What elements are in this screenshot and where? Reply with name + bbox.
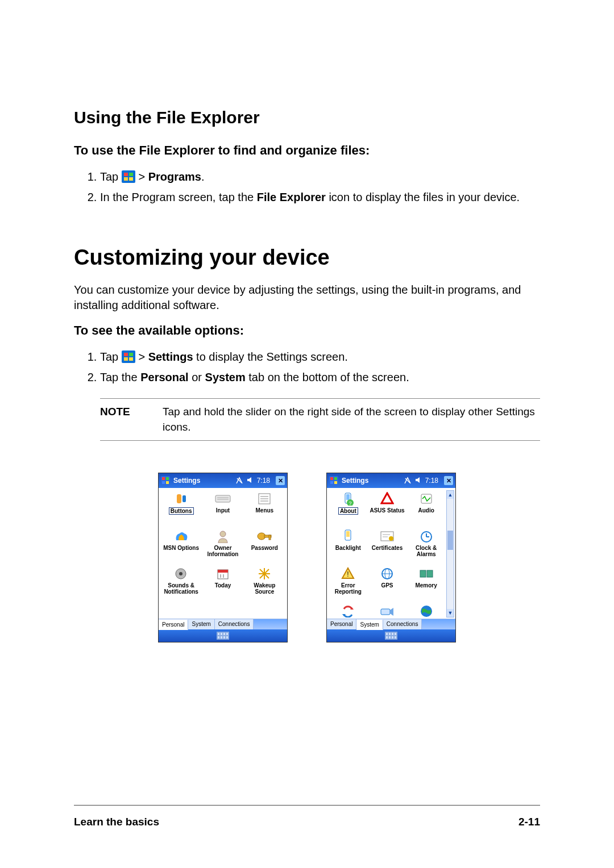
device-settings-personal: Settings 7:18 ✕ ButtonsInputMenusMSN Opt… bbox=[158, 473, 288, 642]
settings-icon-clock-alarms[interactable]: Clock & Alarms bbox=[407, 529, 445, 562]
svg-point-16 bbox=[179, 572, 182, 575]
sounds-notifications-icon bbox=[173, 566, 190, 581]
svg-text:?: ? bbox=[349, 500, 352, 506]
text: icon to display the files in your device… bbox=[329, 191, 520, 203]
icon-label: Today bbox=[202, 582, 243, 589]
page: Using the File Explorer To use the File … bbox=[0, 0, 614, 868]
connectivity-icon[interactable] bbox=[235, 477, 243, 485]
icon-label: Buttons bbox=[169, 507, 194, 515]
svg-marker-1 bbox=[247, 477, 251, 483]
tab-filler bbox=[254, 619, 287, 629]
svg-rect-4 bbox=[215, 495, 230, 502]
settings-icon-password[interactable]: Password bbox=[244, 529, 285, 562]
scroll-down-icon[interactable]: ▼ bbox=[447, 609, 454, 617]
bottom-bar bbox=[327, 629, 455, 642]
scroll-thumb[interactable] bbox=[447, 531, 453, 550]
tab-system[interactable]: System bbox=[188, 619, 214, 629]
settings-icon-input[interactable]: Input bbox=[202, 491, 243, 524]
settings-icon-audio[interactable]: Audio bbox=[407, 491, 445, 524]
icon-label: Memory bbox=[407, 582, 445, 589]
settings-icon-menus[interactable]: Menus bbox=[244, 491, 285, 524]
tab-connections[interactable]: Connections bbox=[215, 619, 254, 629]
start-icon[interactable] bbox=[161, 476, 170, 485]
settings-icon-asus-status[interactable]: ASUS Status bbox=[368, 491, 406, 524]
globe-icon bbox=[418, 604, 435, 619]
settings-icon-error-reporting[interactable]: !Error Reporting bbox=[329, 566, 367, 599]
icon-label: Input bbox=[202, 507, 243, 514]
audio-icon bbox=[418, 491, 435, 506]
icon-area: ButtonsInputMenusMSN OptionsOwner Inform… bbox=[159, 488, 287, 619]
start-icon bbox=[122, 170, 135, 183]
scroll-up-icon[interactable]: ▲ bbox=[447, 491, 454, 499]
step-2: Tap the Personal or System tab on the bo… bbox=[100, 369, 540, 386]
note-label: NOTE bbox=[100, 404, 163, 435]
page-footer: Learn the basics 2-11 bbox=[74, 816, 540, 828]
heading-using-file-explorer: Using the File Explorer bbox=[74, 108, 540, 127]
svg-point-35 bbox=[389, 536, 393, 541]
icon-label: Clock & Alarms bbox=[407, 545, 445, 557]
keyboard-icon[interactable] bbox=[217, 632, 229, 640]
speaker-icon[interactable] bbox=[415, 477, 422, 485]
settings-icon-backlight[interactable]: Backlight bbox=[329, 529, 367, 562]
start-icon bbox=[122, 350, 135, 363]
settings-icon-msn-options[interactable]: MSN Options bbox=[161, 529, 201, 562]
error-reporting-icon: ! bbox=[339, 566, 356, 581]
icon-label: GPS bbox=[368, 582, 406, 589]
svg-rect-33 bbox=[346, 531, 350, 537]
settings-icon-globe[interactable] bbox=[407, 604, 445, 627]
settings-icon-about[interactable]: ?About bbox=[329, 491, 367, 524]
tab-bar: PersonalSystemConnections bbox=[159, 619, 287, 629]
settings-icon-gps[interactable]: GPS bbox=[368, 566, 406, 599]
note-block: NOTE Tap and hold the slider on the righ… bbox=[100, 398, 540, 441]
asus-status-icon bbox=[379, 491, 396, 506]
tab-system[interactable]: System bbox=[356, 620, 383, 630]
svg-rect-28 bbox=[346, 494, 350, 500]
input-icon bbox=[214, 491, 231, 506]
icon-label: Error Reporting bbox=[329, 582, 367, 595]
start-icon[interactable] bbox=[329, 476, 338, 485]
steps-file-explorer: Tap > Programs. In the Program screen, t… bbox=[74, 168, 540, 206]
svg-rect-14 bbox=[269, 535, 271, 540]
icon-label: Audio bbox=[407, 507, 445, 514]
close-icon[interactable]: ✕ bbox=[276, 476, 285, 485]
connectivity-icon[interactable] bbox=[404, 477, 412, 485]
tab-personal[interactable]: Personal bbox=[159, 620, 188, 630]
settings-icon-buttons[interactable]: Buttons bbox=[161, 491, 201, 524]
settings-icon-wakeup-source[interactable]: Wakeup Source bbox=[244, 566, 285, 599]
settings-icon-today[interactable]: Today bbox=[202, 566, 243, 599]
step-1: Tap > Settings to display the Settings s… bbox=[100, 348, 540, 365]
settings-icon-sounds-notifications[interactable]: Sounds & Notifications bbox=[161, 566, 201, 599]
text: Tap bbox=[100, 170, 122, 183]
icon-label: Owner Information bbox=[202, 545, 243, 557]
memory-icon bbox=[418, 566, 435, 581]
today-icon bbox=[214, 566, 231, 581]
settings-icon-owner-information[interactable]: Owner Information bbox=[202, 529, 243, 562]
text: Tap bbox=[100, 350, 122, 363]
keyboard-icon[interactable] bbox=[385, 632, 397, 640]
text: or bbox=[192, 371, 205, 383]
speaker-icon[interactable] bbox=[247, 477, 254, 485]
text: tab on the bottom of the screen. bbox=[248, 371, 409, 383]
subheading-options: To see the available options: bbox=[74, 323, 540, 338]
text: . bbox=[201, 170, 205, 183]
clock-alarms-icon bbox=[418, 529, 435, 544]
window-title: Settings bbox=[342, 477, 400, 485]
settings-icon-certificates[interactable]: Certificates bbox=[368, 529, 406, 562]
menus-icon bbox=[256, 491, 273, 506]
password-icon bbox=[256, 529, 273, 544]
device-settings-system: Settings 7:18 ✕ ?AboutASUS StatusAudioBa… bbox=[326, 473, 456, 642]
close-icon[interactable]: ✕ bbox=[444, 476, 453, 485]
clock[interactable]: 7:18 bbox=[257, 477, 270, 485]
bold-system: System bbox=[205, 371, 246, 383]
settings-icon-memory[interactable]: Memory bbox=[407, 566, 445, 599]
bold-programs: Programs bbox=[148, 170, 201, 183]
subheading-file-explorer: To use the File Explorer to find and org… bbox=[74, 143, 540, 158]
icon-label: Wakeup Source bbox=[244, 582, 285, 595]
icon-label: MSN Options bbox=[161, 545, 201, 551]
intro-customizing: You can customize your device by adjusti… bbox=[74, 282, 540, 313]
window-title: Settings bbox=[173, 477, 232, 485]
clock[interactable]: 7:18 bbox=[425, 477, 438, 485]
bold-settings: Settings bbox=[148, 350, 193, 363]
bottom-bar bbox=[159, 629, 287, 642]
scrollbar[interactable]: ▲ ▼ bbox=[446, 490, 454, 617]
